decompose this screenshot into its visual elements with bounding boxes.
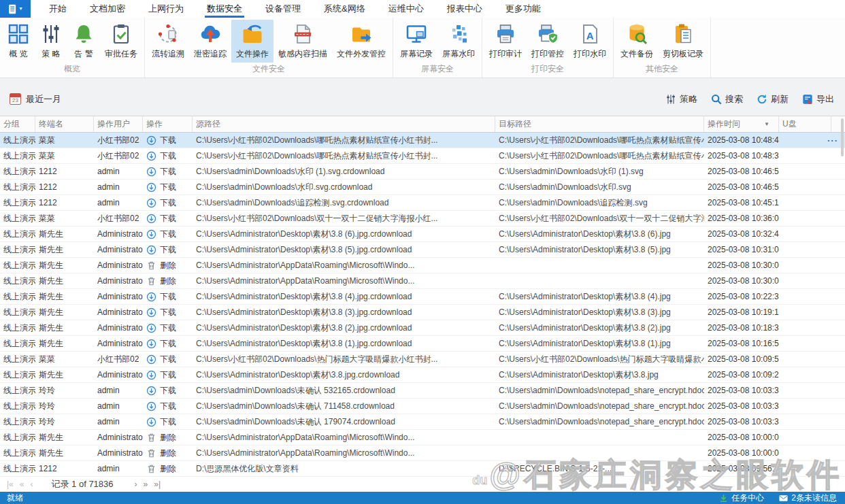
cell-user: Administrator: [94, 320, 143, 335]
table-row[interactable]: 线上演示斯先生Administrator下载C:\Users\Administr…: [0, 226, 845, 242]
table-row[interactable]: 线上演示菜菜小红书部02下载C:\Users\小红书部02\Downloads\…: [0, 133, 845, 148]
download-icon: [146, 229, 156, 239]
table-row[interactable]: 线上演示斯先生Administrator删除C:\Users\Administr…: [0, 430, 845, 446]
cell-terminal: 1212: [35, 195, 94, 210]
menu-tab-0[interactable]: 开始: [37, 0, 78, 18]
cell-time: 2025-03-08 10:46:51: [704, 180, 779, 195]
column-header-0[interactable]: 分组: [0, 116, 35, 132]
cell-user: Administrator: [94, 242, 143, 257]
table-row[interactable]: 线上演示斯先生Administrator下载C:\Users\Administr…: [0, 289, 845, 305]
cell-terminal: 斯先生: [35, 273, 94, 288]
table-row[interactable]: 线上演示斯先生Administrator删除C:\Users\Administr…: [0, 446, 845, 461]
ribbon-item[interactable]: 剪切板记录: [658, 20, 708, 63]
column-header-4[interactable]: 源路径: [193, 116, 495, 132]
fast-next-button[interactable]: »: [144, 480, 148, 489]
table-row[interactable]: 线上演示1212admin下载C:\Users\admin\Downloads\…: [0, 180, 845, 195]
prev-page-button[interactable]: ‹: [30, 480, 33, 489]
column-header-3[interactable]: 操作: [143, 116, 193, 132]
table-row[interactable]: 线上演示玲玲admin下载C:\Users\admin\Downloads\未确…: [0, 414, 845, 430]
delete-icon: [146, 433, 156, 443]
cell-operation: 下载: [143, 164, 193, 179]
ribbon-item[interactable]: 打印管控: [527, 20, 569, 63]
table-row[interactable]: 线上演示1212admin删除D:\思源黑体优化版\文章资料D:\$RECYCL…: [0, 461, 845, 477]
row-actions-menu[interactable]: ···: [827, 133, 838, 148]
policy-button[interactable]: 策略: [665, 93, 697, 105]
next-page-button[interactable]: ›: [135, 480, 137, 489]
ribbon-item-label: 屏幕记录: [400, 48, 433, 60]
menu-tab-4[interactable]: 设备管理: [254, 0, 312, 18]
table-row[interactable]: 线上演示菜菜小红书部02下载C:\Users\小红书部02\Downloads\…: [0, 352, 845, 367]
cell-group: 线上演示: [0, 336, 35, 351]
column-header-7[interactable]: U盘: [779, 116, 831, 132]
table-row[interactable]: 线上演示斯先生Administrator删除C:\Users\Administr…: [0, 273, 845, 289]
cell-usb: [779, 242, 831, 257]
table-row[interactable]: 线上演示菜菜小红书部02下载C:\Users\小红书部02\Downloads\…: [0, 148, 845, 164]
ribbon-item[interactable]: 审批任务: [100, 20, 142, 63]
screen-watermark-pixels-icon: [448, 23, 469, 45]
ribbon-item[interactable]: 文件备份: [616, 20, 658, 63]
export-button[interactable]: 导出: [802, 93, 834, 105]
cell-source-path: C:\Users\Administrator\Desktop\素材\3.8 (3…: [193, 305, 495, 320]
column-header-2[interactable]: 操作用户: [94, 116, 143, 132]
table-row[interactable]: 线上演示斯先生Administrator下载C:\Users\Administr…: [0, 320, 845, 336]
table-row[interactable]: 线上演示斯先生Administrator删除C:\Users\Administr…: [0, 258, 845, 273]
cell-terminal: 斯先生: [35, 226, 94, 241]
menu-tab-6[interactable]: 运维中心: [377, 0, 435, 18]
date-range-filter[interactable]: 23 最近一月: [10, 93, 61, 105]
menu-tab-1[interactable]: 文档加密: [78, 0, 137, 18]
table-row[interactable]: 线上演示斯先生Administrator下载C:\Users\Administr…: [0, 336, 845, 352]
download-icon: [146, 386, 156, 396]
ribbon-item[interactable]: 策 略: [35, 20, 67, 63]
table-row[interactable]: 线上演示菜菜小红书部02下载C:\Users\小红书部02\Downloads\…: [0, 211, 845, 226]
search-button[interactable]: 搜索: [711, 93, 743, 105]
ribbon-item[interactable]: 打印审计: [484, 20, 527, 63]
table-row[interactable]: 线上演示斯先生Administrator下载C:\Users\Administr…: [0, 367, 845, 383]
ribbon-item[interactable]: 告 警: [67, 20, 100, 63]
column-header-1[interactable]: 终端名: [35, 116, 94, 132]
ribbon-item[interactable]: 概 览: [2, 20, 35, 63]
column-header-5[interactable]: 目标路径: [495, 116, 704, 132]
table-row[interactable]: 线上演示1212admin下载C:\Users\admin\Downloads\…: [0, 164, 845, 180]
menu-tab-2[interactable]: 上网行为: [137, 0, 195, 18]
table-row[interactable]: 线上演示玲玲admin下载C:\Users\admin\Downloads\未确…: [0, 399, 845, 414]
ribbon-item[interactable]: 流转追溯: [147, 20, 189, 63]
menu-tab-7[interactable]: 报表中心: [435, 0, 494, 18]
cell-user: admin: [94, 383, 143, 398]
first-page-button[interactable]: |«: [7, 480, 14, 489]
vertical-scrollbar[interactable]: [841, 118, 844, 156]
table-row[interactable]: 线上演示1212admin下载C:\Users\admin\Downloads\…: [0, 195, 845, 211]
ribbon-item[interactable]: 屏幕记录: [395, 20, 437, 63]
cell-target-path: [495, 273, 704, 288]
cell-group: 线上演示: [0, 399, 35, 414]
cell-operation: 下载: [143, 180, 193, 195]
ribbon-item[interactable]: A打印水印: [569, 20, 611, 63]
menu-tab-5[interactable]: 系统&网络: [312, 0, 377, 18]
cell-usb: [779, 226, 831, 241]
last-page-button[interactable]: »|: [154, 480, 161, 489]
ribbon-item[interactable]: 泄密追踪: [189, 20, 231, 63]
table-row[interactable]: 线上演示玲玲admin下载C:\Users\admin\Downloads\未确…: [0, 383, 845, 399]
fast-prev-button[interactable]: «: [20, 480, 24, 489]
cell-user: 小红书部02: [94, 211, 143, 226]
ribbon-item[interactable]: 敏感内容扫描: [274, 20, 332, 63]
cell-time: 2025-03-08 10:36:01: [704, 211, 779, 226]
table-row[interactable]: 线上演示斯先生Administrator下载C:\Users\Administr…: [0, 242, 845, 258]
menu-tab-3[interactable]: 数据安全: [195, 0, 254, 18]
export-button-label: 导出: [816, 93, 834, 105]
refresh-button[interactable]: 刷新: [757, 93, 789, 105]
ribbon-item[interactable]: 文件操作: [231, 20, 274, 63]
cell-usb: [779, 336, 831, 351]
table-row[interactable]: 线上演示斯先生Administrator下载C:\Users\Administr…: [0, 305, 845, 320]
app-menu-button[interactable]: ▾: [0, 0, 31, 18]
menu-tab-8[interactable]: 更多功能: [494, 0, 552, 18]
ribbon-item-label: 文件备份: [620, 48, 653, 60]
task-center-button[interactable]: 任务中心: [719, 492, 764, 504]
menu-tabs: 开始文档加密上网行为数据安全设备管理系统&网络运维中心报表中心更多功能: [37, 0, 552, 18]
ribbon-item[interactable]: 文件外发管控: [332, 20, 391, 63]
filter-dropdown-icon[interactable]: ▼: [764, 121, 775, 127]
ribbon-item[interactable]: 屏幕水印: [437, 20, 480, 63]
column-header-6[interactable]: 操作时间▼: [704, 116, 779, 132]
delete-icon: [146, 448, 156, 458]
unread-messages-button[interactable]: 2条未读信息: [779, 492, 837, 504]
cell-target-path: C:\Users\小红书部02\Downloads\哪吒热点素材贴纸宣传小红..…: [495, 133, 704, 148]
